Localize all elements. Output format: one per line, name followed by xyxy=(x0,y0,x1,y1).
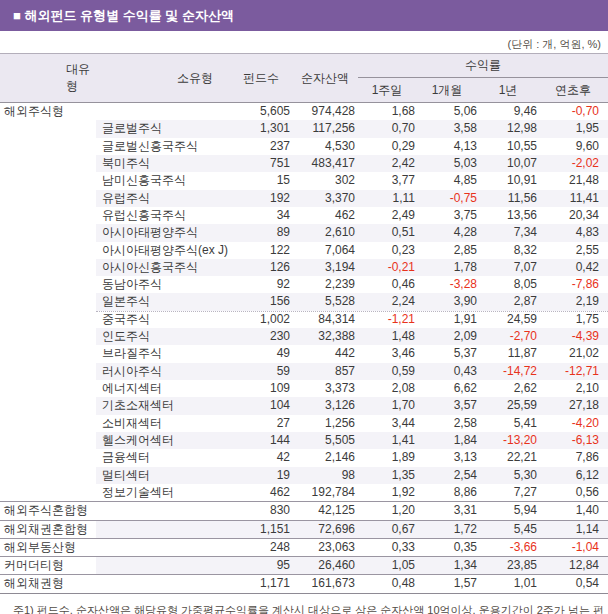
cell-return-1year: 7,34 xyxy=(478,224,538,241)
cell-return-1year: 8,05 xyxy=(478,276,538,293)
cell-major-type xyxy=(0,484,96,501)
cell-return-ytd: 0,56 xyxy=(538,484,608,501)
cell-minor-type: 러시아주식 xyxy=(96,363,230,380)
cell-return-1week: 1,68 xyxy=(358,103,416,120)
cell-return-1month: 2,09 xyxy=(416,328,478,345)
cell-minor-type: 글로벌신흥국주식 xyxy=(96,138,230,155)
cell-return-ytd: 9,60 xyxy=(538,138,608,155)
footnote: 주1) 펀드수, 순자산액은 해당유형 가중평균수익률을 계산시 대상으로 삼은… xyxy=(0,603,608,614)
cell-net-assets: 5,528 xyxy=(292,293,358,310)
cell-fund-count: 27 xyxy=(230,415,292,432)
cell-return-1year: 8,32 xyxy=(478,242,538,259)
table-row: 글로벌신흥국주식 237 4,530 0,29 4,13 10,55 9,60 xyxy=(0,138,608,155)
table-row: 아시아신흥국주식 126 3,194 -0,21 1,78 7,07 0,42 xyxy=(0,259,608,276)
cell-net-assets: 42,125 xyxy=(292,502,358,519)
unit-label: (단위 : 개, 억원, %) xyxy=(0,35,608,53)
table-row: 소비재섹터 27 1,256 3,44 2,58 5,41 -4,20 xyxy=(0,415,608,432)
cell-return-1month: 4,85 xyxy=(416,172,478,189)
cell-return-1month: 4,13 xyxy=(416,138,478,155)
cell-return-1month: 0,35 xyxy=(416,539,478,556)
cell-fund-count: 248 xyxy=(230,539,292,556)
cell-return-ytd: 7,86 xyxy=(538,449,608,466)
cell-fund-count: 19 xyxy=(230,467,292,484)
cell-net-assets: 2,610 xyxy=(292,224,358,241)
cell-return-1month: 3,75 xyxy=(416,207,478,224)
cell-return-ytd: -4,39 xyxy=(538,328,608,345)
cell-fund-count: 122 xyxy=(230,242,292,259)
cell-return-1week: 1,89 xyxy=(358,449,416,466)
table-row: 해외채권혼합형 1,151 72,696 0,67 1,72 5,45 1,14 xyxy=(0,521,608,539)
table-row: 해외부동산형 248 23,063 0,33 0,35 -3,66 -1,04 xyxy=(0,539,608,557)
cell-net-assets: 3,126 xyxy=(292,397,358,414)
cell-return-1month: 3,57 xyxy=(416,397,478,414)
cell-return-1week: -1,21 xyxy=(358,311,416,328)
cell-return-1year: 5,41 xyxy=(478,415,538,432)
cell-fund-count: 59 xyxy=(230,363,292,380)
cell-net-assets: 2,239 xyxy=(292,276,358,293)
table-row: 러시아주식 59 857 0,59 0,43 -14,72 -12,71 xyxy=(0,363,608,380)
cell-return-1month: 2,54 xyxy=(416,467,478,484)
cell-net-assets: 4,530 xyxy=(292,138,358,155)
cell-return-1week: 2,42 xyxy=(358,155,416,172)
fund-returns-table: 대유형 소유형 펀드수 순자산액 수익률 1주일 1개월 1년 연초후 해외주식… xyxy=(0,53,608,594)
cell-minor-type: 아시아신흥국주식 xyxy=(96,259,230,276)
cell-minor-type: 북미주식 xyxy=(96,155,230,172)
cell-return-1year: 5,30 xyxy=(478,467,538,484)
cell-major-type xyxy=(0,293,96,310)
cell-return-1week: 3,46 xyxy=(358,345,416,362)
table-row: 남미신흥국주식 15 302 3,77 4,85 10,91 21,48 xyxy=(0,172,608,189)
table-row: 아시아태평양주식(ex J) 122 7,064 0,23 2,85 8,32 … xyxy=(0,242,608,259)
cell-return-1week: -0,21 xyxy=(358,259,416,276)
cell-return-ytd: 1,75 xyxy=(538,311,608,328)
cell-return-1week: 2,49 xyxy=(358,207,416,224)
cell-net-assets: 3,194 xyxy=(292,259,358,276)
table-row: 해외주식형 5,605 974,428 1,68 5,06 9,46 -0,70 xyxy=(0,103,608,120)
cell-minor-type: 기초소재섹터 xyxy=(96,397,230,414)
col-header-fund-count: 펀드수 xyxy=(230,54,292,102)
cell-major-type xyxy=(0,311,96,328)
cell-net-assets: 84,314 xyxy=(292,311,358,328)
cell-return-1year: -2,70 xyxy=(478,328,538,345)
cell-return-1week: 0,59 xyxy=(358,363,416,380)
cell-fund-count: 462 xyxy=(230,484,292,501)
cell-major-type: 해외주식형 xyxy=(0,103,96,120)
cell-fund-count: 34 xyxy=(230,207,292,224)
cell-net-assets: 32,388 xyxy=(292,328,358,345)
table-row: 해외채권형 1,171 161,673 0,48 1,57 1,01 0,54 xyxy=(0,575,608,592)
cell-return-ytd: 12,84 xyxy=(538,557,608,574)
cell-return-1year: 12,98 xyxy=(478,120,538,137)
cell-fund-count: 751 xyxy=(230,155,292,172)
cell-minor-type: 글로벌주식 xyxy=(96,120,230,137)
cell-net-assets: 72,696 xyxy=(292,521,358,538)
cell-major-type: 커머더티형 xyxy=(0,557,96,574)
cell-fund-count: 230 xyxy=(230,328,292,345)
cell-fund-count: 144 xyxy=(230,432,292,449)
cell-return-1month: 2,58 xyxy=(416,415,478,432)
cell-return-ytd: -7,86 xyxy=(538,276,608,293)
cell-fund-count: 89 xyxy=(230,224,292,241)
cell-major-type xyxy=(0,190,96,207)
cell-return-1month: 1,57 xyxy=(416,575,478,592)
table-row: 멀티섹터 19 98 1,35 2,54 5,30 6,12 xyxy=(0,467,608,484)
cell-net-assets: 462 xyxy=(292,207,358,224)
cell-minor-type: 금융섹터 xyxy=(96,449,230,466)
cell-return-1month: 3,90 xyxy=(416,293,478,310)
cell-return-1year: 9,46 xyxy=(478,103,538,120)
cell-net-assets: 192,784 xyxy=(292,484,358,501)
cell-minor-type xyxy=(96,539,230,556)
cell-return-1month: -3,28 xyxy=(416,276,478,293)
cell-major-type xyxy=(0,259,96,276)
cell-return-1month: -0,75 xyxy=(416,190,478,207)
cell-return-1week: 0,67 xyxy=(358,521,416,538)
cell-net-assets: 161,673 xyxy=(292,575,358,592)
cell-return-1week: 1,48 xyxy=(358,328,416,345)
col-header-1month: 1개월 xyxy=(416,78,478,102)
cell-net-assets: 483,417 xyxy=(292,155,358,172)
cell-major-type xyxy=(0,224,96,241)
cell-return-1week: 1,35 xyxy=(358,467,416,484)
cell-major-type xyxy=(0,138,96,155)
cell-major-type xyxy=(0,172,96,189)
table-row: 유럽주식 192 3,370 1,11 -0,75 11,56 11,41 xyxy=(0,190,608,207)
cell-minor-type xyxy=(96,575,230,592)
cell-return-1month: 1,34 xyxy=(416,557,478,574)
